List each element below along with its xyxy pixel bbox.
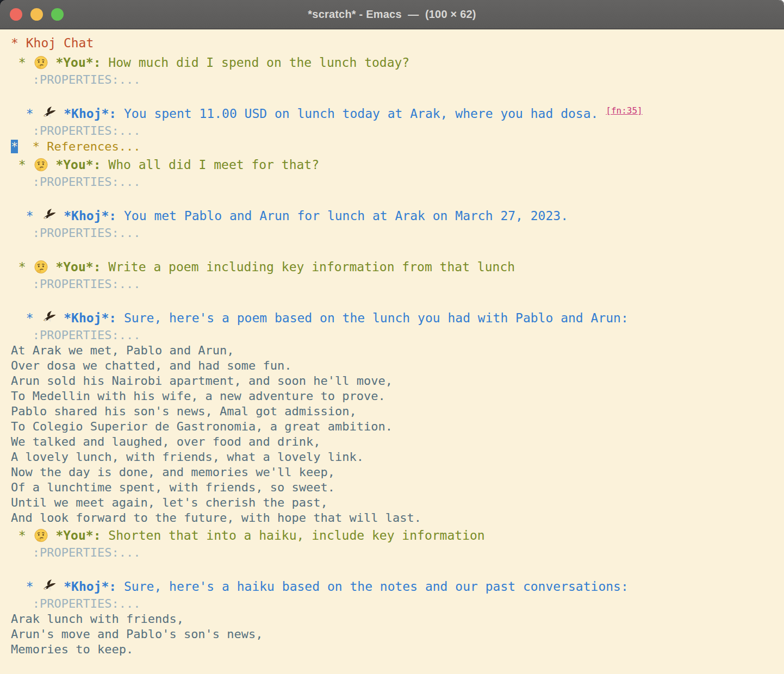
eagle-emoji-icon <box>41 577 56 596</box>
properties-drawer[interactable]: :PROPERTIES:... <box>11 123 784 139</box>
heading-stars: * <box>11 107 41 121</box>
window-title: *scratch* - Emacs — (100 × 62) <box>308 8 476 21</box>
you-heading[interactable]: * *You*: Shorten that into a haiku, incl… <box>11 526 784 545</box>
line-text: :PROPERTIES:... <box>11 277 140 291</box>
line-text: Arun's move and Pablo's son's news, <box>11 627 263 641</box>
message-text-line[interactable]: Arun sold his Nairobi apartment, and soo… <box>11 373 784 389</box>
line-text: :PROPERTIES:... <box>11 597 140 610</box>
message-text-line[interactable]: To Medellin with his wife, a new adventu… <box>11 389 784 404</box>
message-text-line[interactable]: We talked and laughed, over food and dri… <box>11 434 784 450</box>
message-text-line[interactable]: Now the day is done, and memories we'll … <box>11 465 784 480</box>
khoj-heading[interactable]: * *Khoj*: Sure, here's a poem based on t… <box>11 308 784 328</box>
blank-line <box>11 190 784 206</box>
message-text-line[interactable]: To Colegio Superior de Gastronomia, a gr… <box>11 419 784 434</box>
blank-line <box>11 292 784 308</box>
line-text: Until we meet again, let's cherish the p… <box>11 496 328 509</box>
thinking-face-emoji-icon <box>34 155 48 174</box>
line-text: Memories to keep. <box>11 642 133 656</box>
properties-drawer[interactable]: :PROPERTIES:... <box>11 545 784 560</box>
editor-buffer[interactable]: * Khoj Chat * *You*: How much did I spen… <box>0 29 784 674</box>
heading-stars: * <box>11 55 34 70</box>
heading-stars: * <box>11 579 41 594</box>
you-heading[interactable]: * *You*: Who all did I meet for that? <box>11 155 784 174</box>
message-text-line[interactable]: Arak lunch with friends, <box>11 611 784 627</box>
indent-gap <box>18 140 33 153</box>
you-heading[interactable]: * *You*: How much did I spend on the lun… <box>11 53 784 72</box>
zoom-button[interactable] <box>51 8 64 21</box>
khoj-heading[interactable]: * *Khoj*: You met Pablo and Arun for lun… <box>11 206 784 226</box>
line-text: :PROPERTIES:... <box>11 226 140 240</box>
window-titlebar[interactable]: *scratch* - Emacs — (100 × 62) <box>0 0 784 29</box>
message-text: How much did I spend on the lunch today? <box>101 55 409 70</box>
message-text-line[interactable]: And look forward to the future, with hop… <box>11 510 784 526</box>
message-text: You spent 11.00 USD on lunch today at Ar… <box>116 107 606 121</box>
message-text: Write a poem including key information f… <box>101 260 515 274</box>
line-text: Of a lunchtime spent, with friends, so s… <box>11 480 335 494</box>
eagle-emoji-icon <box>41 308 56 328</box>
line-text: :PROPERTIES:... <box>11 124 140 138</box>
khoj-heading[interactable]: * *Khoj*: Sure, here's a haiku based on … <box>11 577 784 596</box>
speaker-name: *Khoj*: <box>56 311 116 325</box>
heading-stars: * <box>11 209 41 223</box>
blank-line <box>11 88 784 104</box>
properties-drawer[interactable]: :PROPERTIES:... <box>11 328 784 343</box>
references-label: * References... <box>33 140 141 153</box>
heading-stars: * <box>11 260 34 274</box>
line-text: We talked and laughed, over food and dri… <box>11 435 321 448</box>
line-text: :PROPERTIES:... <box>11 546 140 559</box>
message-text: Who all did I meet for that? <box>101 158 319 172</box>
speaker-name: *Khoj*: <box>56 107 116 121</box>
line-text: :PROPERTIES:... <box>11 328 140 342</box>
speaker-name: *Khoj*: <box>56 209 116 223</box>
speaker-name: *You*: <box>48 55 101 70</box>
heading-stars: * <box>11 311 41 325</box>
blank-line <box>11 241 784 257</box>
thinking-face-emoji-icon <box>34 53 48 72</box>
message-text: Shorten that into a haiku, include key i… <box>101 528 484 542</box>
eagle-emoji-icon <box>41 206 56 226</box>
line-text: Pablo shared his son's news, Amal got ad… <box>11 404 357 418</box>
thinking-face-emoji-icon <box>34 257 48 277</box>
line-text: A lovely lunch, with friends, what a lov… <box>11 450 364 464</box>
chat-title-heading[interactable]: * Khoj Chat <box>11 33 784 53</box>
line-text: Over dosa we chatted, and had some fun. <box>11 359 292 372</box>
khoj-heading[interactable]: * *Khoj*: You spent 11.00 USD on lunch t… <box>11 104 784 123</box>
message-text-line[interactable]: Of a lunchtime spent, with friends, so s… <box>11 480 784 495</box>
line-text: And look forward to the future, with hop… <box>11 511 421 525</box>
message-text-line[interactable]: At Arak we met, Pablo and Arun, <box>11 343 784 358</box>
line-text: To Medellin with his wife, a new adventu… <box>11 389 385 403</box>
message-text-line[interactable]: Over dosa we chatted, and had some fun. <box>11 358 784 373</box>
properties-drawer[interactable]: :PROPERTIES:... <box>11 174 784 190</box>
line-text: :PROPERTIES:... <box>11 73 140 86</box>
message-text-line[interactable]: A lovely lunch, with friends, what a lov… <box>11 450 784 465</box>
message-text: Sure, here's a poem based on the lunch y… <box>116 311 629 325</box>
you-heading[interactable]: * *You*: Write a poem including key info… <box>11 257 784 277</box>
speaker-name: *You*: <box>48 528 101 542</box>
line-text: :PROPERTIES:... <box>11 175 140 189</box>
message-text-line[interactable]: Until we meet again, let's cherish the p… <box>11 495 784 510</box>
speaker-name: *You*: <box>48 158 101 172</box>
eagle-emoji-icon <box>41 104 56 123</box>
line-text: At Arak we met, Pablo and Arun, <box>11 344 234 357</box>
message-text: You met Pablo and Arun for lunch at Arak… <box>116 209 568 223</box>
heading-stars: * <box>11 528 34 542</box>
message-text-line[interactable]: Arun's move and Pablo's son's news, <box>11 627 784 642</box>
line-text: Now the day is done, and memories we'll … <box>11 465 335 479</box>
properties-drawer[interactable]: :PROPERTIES:... <box>11 226 784 241</box>
line-text: * Khoj Chat <box>11 36 94 50</box>
properties-drawer[interactable]: :PROPERTIES:... <box>11 72 784 88</box>
references-heading[interactable]: * * References... <box>11 139 784 155</box>
close-button[interactable] <box>10 8 22 21</box>
message-text: Sure, here's a haiku based on the notes … <box>116 579 629 594</box>
thinking-face-emoji-icon <box>34 526 48 545</box>
line-text: To Colegio Superior de Gastronomia, a gr… <box>11 420 393 433</box>
footnote-link[interactable]: [fn:35] <box>606 105 642 116</box>
message-text-line[interactable]: Pablo shared his son's news, Amal got ad… <box>11 404 784 419</box>
line-text: Arak lunch with friends, <box>11 612 184 626</box>
message-text-line[interactable]: Memories to keep. <box>11 642 784 657</box>
speaker-name: *Khoj*: <box>56 579 116 594</box>
text-cursor[interactable]: * <box>11 140 18 153</box>
properties-drawer[interactable]: :PROPERTIES:... <box>11 277 784 292</box>
properties-drawer[interactable]: :PROPERTIES:... <box>11 596 784 611</box>
minimize-button[interactable] <box>30 8 43 21</box>
